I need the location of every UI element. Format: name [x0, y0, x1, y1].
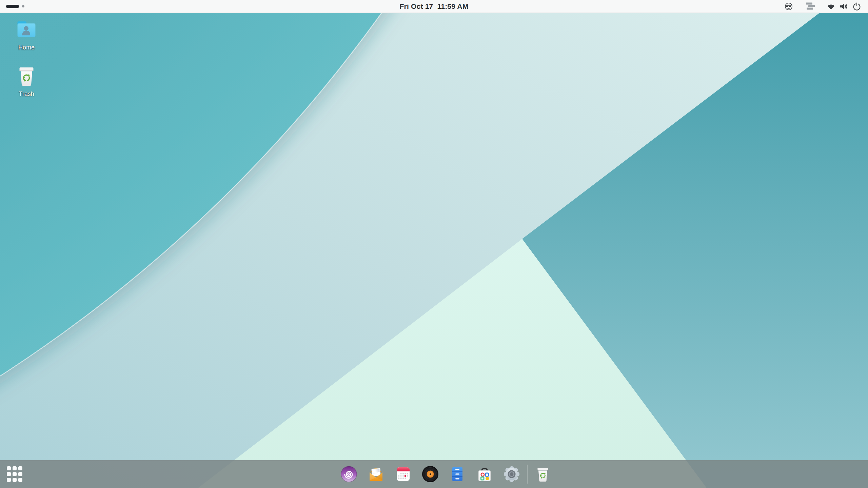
trash-icon [533, 465, 552, 484]
top-panel: Fri Oct 17 11:59 AM [0, 0, 868, 13]
desktop-icon-trash[interactable]: Trash [7, 63, 45, 98]
dock-app-calendar[interactable] [393, 464, 413, 484]
trash-icon [14, 63, 39, 88]
status-area [784, 0, 861, 13]
settings-gear-icon [502, 465, 521, 484]
desktop-icon-home[interactable]: Home [7, 17, 45, 51]
calendar-icon [394, 465, 413, 484]
dock-app-web-browser[interactable] [339, 464, 359, 484]
dock [0, 460, 868, 488]
mail-envelope-icon [367, 465, 386, 484]
sunglasses-face-icon[interactable] [784, 0, 793, 13]
desktop-screen: Fri Oct 17 11:59 AM [0, 0, 868, 488]
dock-separator [527, 465, 528, 484]
dock-app-files[interactable] [448, 464, 467, 484]
stacked-windows-icon[interactable] [806, 0, 815, 13]
dock-app-settings[interactable] [502, 464, 521, 484]
vinyl-record-icon [421, 465, 440, 484]
desktop-icon-label: Trash [19, 90, 34, 98]
home-folder-icon [14, 17, 39, 42]
power-icon[interactable] [852, 0, 861, 13]
dock-apps [339, 464, 553, 484]
wallpaper [0, 0, 868, 488]
app-store-bag-icon [475, 465, 494, 484]
volume-icon[interactable] [839, 0, 849, 13]
clock[interactable]: Fri Oct 17 11:59 AM [0, 0, 868, 13]
dock-app-app-store[interactable] [475, 464, 494, 484]
dock-app-music[interactable] [420, 464, 440, 484]
drawer-cabinet-icon [448, 465, 467, 484]
desktop-icon-label: Home [18, 44, 35, 51]
dock-app-mail[interactable] [366, 464, 386, 484]
purple-spiral-orb-icon [339, 465, 358, 484]
wifi-icon[interactable] [827, 0, 835, 13]
show-applications-button[interactable] [7, 466, 22, 482]
desktop-icon-area: Home Trash [7, 17, 45, 110]
dock-app-trash[interactable] [533, 464, 553, 484]
